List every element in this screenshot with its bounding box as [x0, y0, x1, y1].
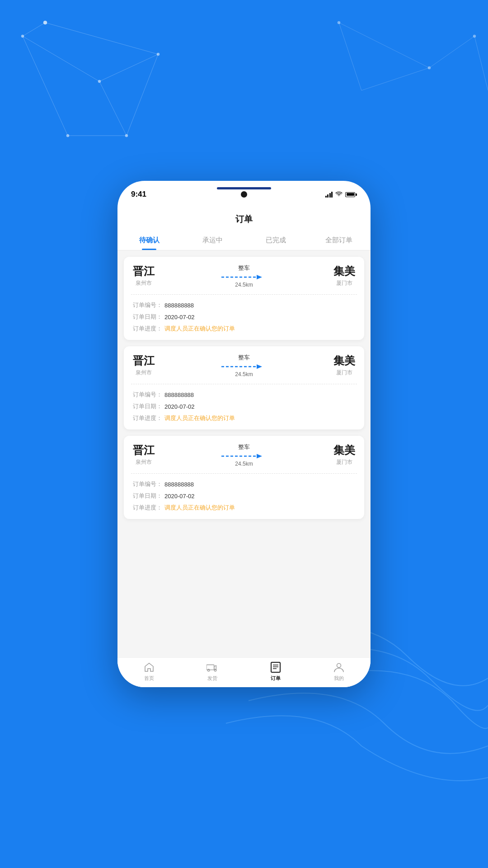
svg-line-18	[339, 23, 361, 90]
svg-point-30	[214, 669, 216, 671]
nav-label-order: 订单	[271, 675, 281, 682]
home-icon	[143, 661, 155, 673]
route-arrow	[221, 274, 267, 280]
nav-item-mine[interactable]: 我的	[307, 661, 371, 682]
page-title: 订单	[117, 213, 371, 225]
svg-line-3	[23, 36, 68, 136]
order-info: 订单编号： 888888888 订单日期： 2020-07-02 订单进度： 调…	[124, 384, 364, 429]
status-bar: 9:41	[117, 181, 371, 208]
user-icon	[333, 661, 345, 673]
from-city: 晋江 泉州市	[133, 444, 155, 466]
battery-icon	[345, 192, 357, 197]
status-icons	[325, 192, 357, 198]
info-row-no: 订单编号： 888888888	[133, 301, 355, 309]
route-section: 晋江 泉州市 整车 24.5km 集	[124, 257, 364, 294]
svg-point-19	[338, 21, 340, 24]
info-row-date: 订单日期： 2020-07-02	[133, 492, 355, 500]
from-city: 晋江 泉州市	[133, 354, 155, 377]
svg-point-11	[66, 134, 69, 137]
info-row-progress: 订单进度： 调度人员正在确认您的订单	[133, 414, 355, 422]
app-content: 订单 待确认 承运中 已完成 全部订单	[117, 208, 371, 687]
info-row-no: 订单编号： 888888888	[133, 480, 355, 488]
svg-line-2	[127, 54, 158, 136]
svg-line-14	[339, 23, 429, 68]
svg-point-29	[207, 669, 210, 671]
nav-label-ship: 发货	[207, 675, 217, 682]
wifi-icon	[335, 192, 343, 197]
svg-point-9	[98, 80, 101, 83]
nav-item-order[interactable]: 订单	[244, 661, 307, 682]
svg-line-1	[99, 54, 158, 81]
phone-camera	[241, 191, 247, 198]
info-row-date: 订单日期： 2020-07-02	[133, 402, 355, 410]
phone-frame: 9:41	[117, 181, 371, 687]
info-row-progress: 订单进度： 调度人员正在确认您的订单	[133, 325, 355, 333]
tab-bar: 待确认 承运中 已完成 全部订单	[117, 231, 371, 250]
order-card[interactable]: 晋江 泉州市 整车 24.5km 集	[124, 257, 364, 340]
svg-line-6	[45, 23, 158, 54]
order-icon	[270, 661, 282, 673]
svg-point-12	[125, 134, 128, 137]
from-city: 晋江 泉州市	[133, 265, 155, 287]
svg-line-17	[361, 68, 429, 90]
svg-point-35	[337, 664, 341, 668]
svg-line-7	[23, 23, 45, 36]
tab-all[interactable]: 全部订单	[307, 231, 371, 250]
svg-point-20	[428, 66, 431, 69]
svg-marker-23	[257, 275, 262, 279]
route-middle: 整车 24.5km	[155, 443, 333, 467]
svg-line-5	[99, 81, 127, 136]
order-info: 订单编号： 888888888 订单日期： 2020-07-02 订单进度： 调…	[124, 474, 364, 519]
route-middle: 整车 24.5km	[155, 264, 333, 288]
bottom-nav: 首页 发货	[117, 657, 371, 687]
nav-label-mine: 我的	[334, 675, 344, 682]
info-row-progress: 订单进度： 调度人员正在确认您的订单	[133, 504, 355, 512]
signal-icon	[325, 192, 333, 198]
order-card[interactable]: 晋江 泉州市 整车 24.5km 集	[124, 436, 364, 519]
route-arrow	[221, 453, 267, 459]
app-header: 订单 待确认 承运中 已完成 全部订单	[117, 208, 371, 250]
svg-line-15	[429, 36, 474, 68]
route-arrow	[221, 363, 267, 370]
nav-item-ship[interactable]: 发货	[181, 661, 244, 682]
status-time: 9:41	[131, 190, 146, 199]
to-city: 集美 厦门市	[333, 265, 355, 287]
route-section: 晋江 泉州市 整车 24.5km 集	[124, 436, 364, 473]
svg-point-21	[473, 35, 476, 38]
to-city: 集美 厦门市	[333, 354, 355, 377]
tab-pending[interactable]: 待确认	[117, 231, 181, 250]
order-card[interactable]: 晋江 泉州市 整车 24.5km 集	[124, 346, 364, 429]
route-section: 晋江 泉州市 整车 24.5km 集	[124, 346, 364, 384]
truck-icon	[206, 661, 218, 673]
nav-label-home: 首页	[144, 675, 154, 682]
svg-point-10	[157, 53, 160, 56]
info-row-no: 订单编号： 888888888	[133, 391, 355, 399]
svg-point-8	[21, 35, 24, 38]
info-row-date: 订单日期： 2020-07-02	[133, 313, 355, 321]
route-middle: 整车 24.5km	[155, 354, 333, 377]
order-info: 订单编号： 888888888 订单日期： 2020-07-02 订单进度： 调…	[124, 295, 364, 340]
svg-line-16	[474, 36, 488, 90]
svg-rect-28	[206, 665, 214, 670]
svg-marker-27	[257, 454, 262, 458]
svg-marker-25	[257, 364, 262, 369]
tab-transit[interactable]: 承运中	[181, 231, 244, 250]
nav-item-home[interactable]: 首页	[117, 661, 181, 682]
to-city: 集美 厦门市	[333, 444, 355, 466]
tab-done[interactable]: 已完成	[244, 231, 307, 250]
svg-line-0	[23, 36, 99, 81]
svg-rect-31	[271, 662, 280, 672]
order-list: 晋江 泉州市 整车 24.5km 集	[117, 250, 371, 657]
svg-point-13	[43, 21, 47, 24]
